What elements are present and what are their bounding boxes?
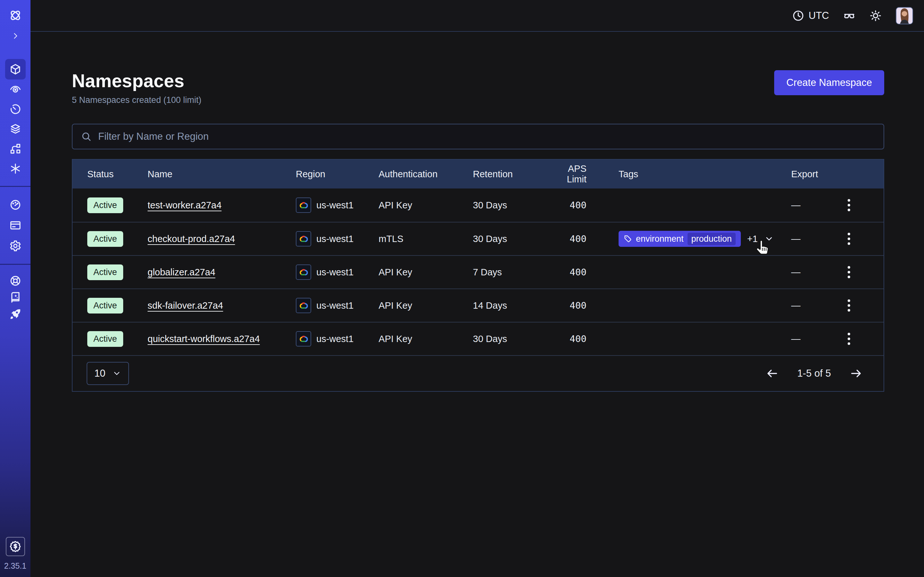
topbar: UTC [31,0,924,32]
tag-pill[interactable]: environment production [619,231,741,247]
pagination-range: 1-5 of 5 [797,367,831,379]
glasses-icon[interactable] [843,10,855,22]
next-page-arrow-icon[interactable] [850,367,863,380]
column-header-aps-limit: APS Limit [546,163,586,185]
retention-value: 14 Days [473,300,546,311]
sidebar-expand-button[interactable] [5,29,26,43]
sidebar-item-branch-nodes-icon[interactable] [5,139,26,159]
gcp-cloud-icon [296,231,311,247]
timezone-label: UTC [809,10,829,21]
namespace-link[interactable]: sdk-failover.a27a4 [148,300,223,311]
status-badge: Active [87,264,123,280]
sidebar-divider [0,186,31,187]
sidebar-item-rocket-icon[interactable] [5,306,26,322]
retention-value: 30 Days [473,200,546,211]
chevron-down-icon [112,369,121,378]
region-label: us-west1 [317,300,354,311]
temporal-logo-icon[interactable] [5,5,26,26]
sidebar-item-asterisk-icon[interactable] [5,158,26,179]
cube-icon [9,63,21,75]
aps-limit-value: 400 [546,234,586,244]
tag-key: environment [636,234,684,244]
sidebar-item-credit-card-icon[interactable] [5,215,26,235]
eye-swirl-icon [9,83,21,95]
namespaces-table: StatusNameRegionAuthenticationRetentionA… [72,159,884,392]
search-icon [81,131,92,142]
sidebar-item-gear-icon[interactable] [5,235,26,256]
page-title: Namespaces [72,70,202,91]
page-size-value: 10 [94,367,105,379]
status-badge: Active [87,298,123,314]
auth-method: API Key [379,200,473,211]
row-actions-kebab-icon[interactable] [843,296,855,315]
main-content: Namespaces 5 Namespaces created (100 lim… [31,32,924,577]
export-value: — [771,200,822,211]
create-namespace-button[interactable]: Create Namespace [774,70,884,95]
sidebar-item-cube-icon[interactable] [5,59,26,79]
sidebar-item-eye-swirl-icon[interactable] [5,79,26,99]
pagination-bar: 10 1-5 of 5 [73,355,884,391]
gcp-cloud-icon [296,197,311,213]
namespace-link[interactable]: quickstart-workflows.a27a4 [148,334,260,344]
retention-value: 30 Days [473,334,546,344]
sidebar-item-layers-icon[interactable] [5,119,26,139]
aps-limit-value: 400 [546,300,586,311]
sidebar-item-book-sparkles-icon[interactable] [5,289,26,306]
column-header-status: Status [87,169,148,179]
region-label: us-west1 [317,234,354,244]
export-value: — [771,234,822,244]
auth-method: API Key [379,334,473,344]
timezone-selector[interactable]: UTC [792,10,829,22]
row-actions-kebab-icon[interactable] [843,229,855,248]
table-row: Active globalizer.a27a4 us-west1 API Key… [73,255,884,288]
retention-value: 7 Days [473,267,546,277]
export-value: — [771,267,822,277]
credit-card-icon [9,219,21,231]
sidebar-divider [0,264,31,265]
auth-method: API Key [379,267,473,277]
table-row: Active quickstart-workflows.a27a4 us-wes… [73,322,884,355]
row-actions-kebab-icon[interactable] [843,330,855,348]
auth-method: mTLS [379,234,473,244]
region-label: us-west1 [317,334,354,344]
aps-limit-value: 400 [546,200,586,211]
status-badge: Active [87,331,123,347]
sidebar-item-lifebuoy-icon[interactable] [5,272,26,289]
column-header-authentication: Authentication [379,169,473,179]
filter-bar[interactable] [72,124,884,149]
lifebuoy-icon [9,275,21,287]
status-badge: Active [87,231,123,247]
credits-button[interactable] [6,537,25,556]
tags-more-count: +1 [747,234,758,244]
column-header-tags: Tags [586,169,771,179]
rocket-icon [9,308,21,320]
asterisk-icon [9,163,21,175]
layers-icon [9,123,21,135]
column-header-export: Export [771,169,822,179]
filter-input[interactable] [98,131,875,142]
gcp-cloud-icon [296,331,311,347]
theme-sun-icon[interactable] [869,10,882,22]
aps-limit-value: 400 [546,267,586,277]
page-size-select[interactable]: 10 [87,362,129,385]
region-label: us-west1 [317,267,354,277]
tag-value: production [688,233,736,245]
namespace-link[interactable]: globalizer.a27a4 [148,267,215,277]
previous-page-arrow-icon[interactable] [766,367,779,380]
row-actions-kebab-icon[interactable] [843,196,855,214]
sidebar-item-timer-icon[interactable] [5,99,26,119]
sidebar-item-gauge-icon[interactable] [5,195,26,215]
page-subtitle: 5 Namespaces created (100 limit) [72,95,202,105]
user-avatar[interactable] [896,7,913,24]
column-header-retention: Retention [473,169,546,179]
row-actions-kebab-icon[interactable] [843,263,855,282]
region-label: us-west1 [317,200,354,211]
export-value: — [771,300,822,311]
table-header-row: StatusNameRegionAuthenticationRetentionA… [73,160,884,189]
gear-icon [9,240,21,252]
namespace-link[interactable]: checkout-prod.a27a4 [148,234,235,244]
export-value: — [771,334,822,344]
aps-limit-value: 400 [546,334,586,344]
namespace-link[interactable]: test-worker.a27a4 [148,200,222,210]
status-badge: Active [87,197,123,213]
